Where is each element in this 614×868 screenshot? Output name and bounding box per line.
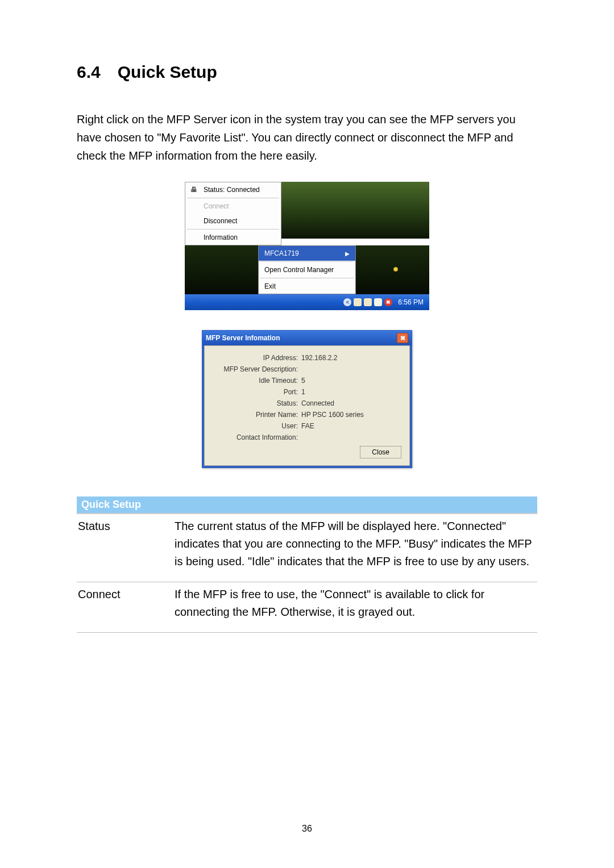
desktop-background (281, 182, 429, 239)
section-number: 6.4 (77, 62, 101, 81)
submenu-open-manager[interactable]: Open Control Manager (259, 262, 355, 277)
table-desc: The current status of the MFP will be di… (173, 514, 537, 582)
info-row-user: User: FAE (213, 422, 401, 430)
menu-separator (187, 198, 279, 198)
printer-icon: 🖶 (189, 185, 199, 195)
info-row-status: Status: Connected (213, 399, 401, 407)
dialog-title: MFP Server Infomation (206, 334, 280, 342)
menu-disconnect[interactable]: Disconnect (185, 214, 281, 228)
tray-icon[interactable] (354, 298, 362, 306)
info-value: 192.168.2.2 (301, 354, 401, 362)
submenu-server-label: MFCA1719 (264, 249, 299, 257)
tray-alert-icon[interactable]: ✖ (384, 298, 392, 306)
dialog-titlebar: MFP Server Infomation ✖ (202, 331, 412, 345)
dialog-body: IP Address: 192.168.2.2 MFP Server Descr… (204, 345, 410, 466)
table-term: Status (77, 514, 173, 582)
tray-expand-icon[interactable]: < (343, 298, 351, 306)
table-header: Quick Setup (77, 496, 537, 514)
table-row: Connect If the MFP is free to use, the "… (77, 582, 537, 633)
info-row-ip: IP Address: 192.168.2.2 (213, 354, 401, 362)
menu-separator (187, 229, 279, 229)
section-heading: 6.4Quick Setup (77, 62, 537, 82)
info-row-desc: MFP Server Description: (213, 365, 401, 373)
submenu: MFCA1719 ▶ Open Control Manager Exit (258, 245, 356, 294)
info-label: Idle Timeout: (213, 377, 301, 385)
table-term: Connect (77, 582, 173, 633)
close-icon[interactable]: ✖ (397, 333, 408, 343)
info-label: Port: (213, 388, 301, 396)
info-label: Contact Information: (213, 433, 301, 441)
quick-setup-table: Quick Setup Status The current status of… (77, 496, 537, 633)
context-menu: 🖶 Status: Connected Connect Disconnect I… (185, 182, 281, 245)
info-value: 5 (301, 377, 401, 385)
info-row-contact: Contact Information: (213, 433, 401, 441)
menu-disconnect-label: Disconnect (204, 217, 237, 225)
info-value: Connected (301, 399, 401, 407)
table-row: Status The current status of the MFP wil… (77, 514, 537, 582)
info-row-port: Port: 1 (213, 388, 401, 396)
tray-icon[interactable] (364, 298, 372, 306)
submenu-exit[interactable]: Exit (259, 279, 355, 294)
screenshot-tray-menu: 🖶 Status: Connected Connect Disconnect I… (185, 182, 429, 310)
taskbar: < ✖ 6:56 PM (185, 294, 429, 310)
menu-separator (260, 278, 354, 278)
menu-information[interactable]: Information (185, 230, 281, 245)
info-label: IP Address: (213, 354, 301, 362)
desktop-background (356, 245, 429, 294)
desktop-background (185, 245, 258, 294)
page-number: 36 (0, 824, 614, 834)
info-value (301, 365, 401, 373)
info-value (301, 433, 401, 441)
submenu-arrow-icon: ▶ (345, 251, 350, 257)
screenshot-dialog: MFP Server Infomation ✖ IP Address: 192.… (202, 330, 412, 468)
menu-connect: Connect (185, 199, 281, 214)
tray-printer-icon[interactable] (374, 298, 382, 306)
system-tray: < ✖ (343, 298, 392, 306)
mfp-info-dialog: MFP Server Infomation ✖ IP Address: 192.… (202, 330, 412, 468)
info-label: MFP Server Description: (213, 365, 301, 373)
menu-separator (260, 261, 354, 262)
info-value: HP PSC 1600 series (301, 411, 401, 419)
info-label: User: (213, 422, 301, 430)
info-row-printer: Printer Name: HP PSC 1600 series (213, 411, 401, 419)
taskbar-clock: 6:56 PM (398, 298, 424, 306)
menu-status-label: Status: Connected (204, 186, 260, 194)
submenu-server-item[interactable]: MFCA1719 ▶ (259, 246, 355, 261)
desktop-sun-icon (393, 267, 398, 272)
close-button[interactable]: Close (360, 446, 401, 458)
info-label: Status: (213, 399, 301, 407)
info-value: 1 (301, 388, 401, 396)
info-value: FAE (301, 422, 401, 430)
menu-status: 🖶 Status: Connected (185, 182, 281, 197)
info-label: Printer Name: (213, 411, 301, 419)
menu-connect-label: Connect (204, 202, 229, 210)
intro-paragraph: Right click on the MFP Server icon in th… (77, 110, 537, 165)
table-desc: If the MFP is free to use, the "Connect"… (173, 582, 537, 633)
section-title-text: Quick Setup (118, 62, 217, 81)
menu-information-label: Information (204, 233, 238, 241)
info-row-idle: Idle Timeout: 5 (213, 377, 401, 385)
